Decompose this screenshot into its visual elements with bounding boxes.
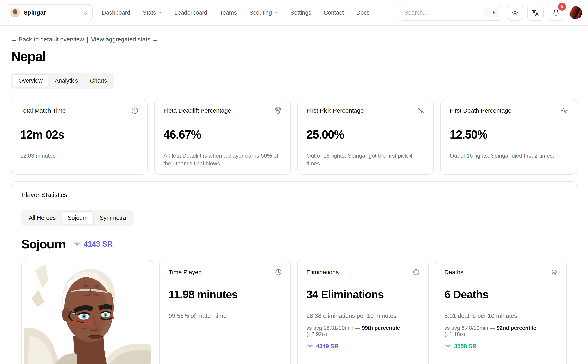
time-played-card: Time Played 11.98 minutes 99.56% of matc… <box>159 260 291 364</box>
nav-label: Scouting <box>249 9 272 16</box>
card-title: First Pick Percentage <box>307 107 364 114</box>
grandmaster-rank-icon <box>73 240 81 248</box>
card-value: 6 Deaths <box>444 288 557 301</box>
card-title: Deaths <box>444 269 463 276</box>
hero-sr-value: 4143 SR <box>84 240 112 248</box>
master-rank-icon <box>444 343 452 350</box>
nav-label: Contact <box>324 9 344 16</box>
hero-portrait-card <box>21 260 153 364</box>
nav-item-scouting[interactable]: Scouting <box>249 9 278 16</box>
card-title: Total Match Time <box>20 107 66 114</box>
hero-header: Sojourn 4143 SR <box>21 237 567 251</box>
nav-item-dashboard[interactable]: Dashboard <box>102 9 130 16</box>
card-title: Time Played <box>168 269 202 276</box>
card-subtitle: A Fleta Deadlift is when a player earns … <box>163 152 281 167</box>
activity-icon <box>561 107 568 114</box>
sigma-text: (+1.18σ) <box>444 331 465 337</box>
nav-item-stats[interactable]: Stats <box>143 9 162 16</box>
total-match-time-card: Total Match Time 12m 02s 12.03 minutes <box>11 99 148 175</box>
tab-sojourn[interactable]: Sojourn <box>62 211 94 225</box>
crosshair-icon <box>413 269 420 275</box>
tab-symmetra[interactable]: Symmetra <box>94 211 132 225</box>
nav-item-teams[interactable]: Teams <box>220 9 237 16</box>
card-detail: 99.56% of match time <box>168 312 282 319</box>
user-avatar[interactable] <box>569 6 582 19</box>
card-subtitle: Out of 16 fights, Spingar died first 2 t… <box>450 152 568 160</box>
card-detail: 5.01 deaths per 10 minutes <box>444 312 557 319</box>
deaths-card: Deaths 6 Deaths 5.01 deaths per 10 minut… <box>435 260 567 364</box>
nav-label: Teams <box>220 9 237 16</box>
hero-sr-chip: 4143 SR <box>73 240 112 248</box>
card-value: 12m 02s <box>20 128 138 141</box>
hero-cards-row: Time Played 11.98 minutes 99.56% of matc… <box>21 260 567 364</box>
player-selector[interactable]: Spingar <box>6 4 93 21</box>
percentile-text: 99th percentile <box>362 325 400 331</box>
card-value: 34 Eliminations <box>306 288 420 301</box>
sr-row: 3558 SR <box>444 343 557 350</box>
card-value: 12.50% <box>450 128 568 141</box>
chevrons-up-down-icon <box>83 10 88 15</box>
card-comparison: vs avg 18.31/10min — 99th percentile (+2… <box>306 325 420 337</box>
card-value: 25.00% <box>307 128 425 141</box>
first-pick-card: First Pick Percentage 25.00% Out of 16 f… <box>297 99 434 175</box>
sr-row: 4349 SR <box>306 343 420 350</box>
fleta-deadlift-card: Fleta Deadlift Percentage 46.67% A Fleta… <box>154 99 291 175</box>
back-to-overview-link[interactable]: ← Back to default overview <box>11 36 84 43</box>
clock-icon <box>275 269 282 275</box>
card-value: 46.67% <box>163 128 281 141</box>
sun-icon <box>512 9 518 16</box>
nav-links: Dashboard Stats Leaderboard Teams Scouti… <box>102 9 369 16</box>
percentile-text: 92nd percentile <box>497 325 536 331</box>
view-aggregated-stats-link[interactable]: View aggregated stats → <box>91 36 158 43</box>
search-shortcut-kbd: ⌘ K <box>484 8 499 17</box>
sr-value: 4349 SR <box>316 343 339 350</box>
bell-icon <box>553 9 559 16</box>
notification-count-badge: 5 <box>558 3 566 11</box>
nav-item-leaderboard[interactable]: Leaderboard <box>174 9 207 16</box>
tab-overview[interactable]: Overview <box>13 74 49 87</box>
skull-icon <box>551 269 557 275</box>
theme-toggle-button[interactable] <box>507 5 523 21</box>
tab-charts[interactable]: Charts <box>84 74 113 87</box>
hero-tabs: All Heroes Sojourn Symmetra <box>21 210 134 226</box>
notifications-button[interactable]: 5 <box>548 5 564 21</box>
chevron-down-icon <box>158 11 162 15</box>
card-subtitle: Out of 16 fights, Spingar got the first … <box>307 152 425 167</box>
player-statistics-panel: Player Statistics All Heroes Sojourn Sym… <box>11 181 577 364</box>
nav-label: Docs <box>356 9 369 16</box>
medal-icon <box>275 107 282 114</box>
page-title: Nepal <box>11 48 577 64</box>
nav-item-docs[interactable]: Docs <box>356 9 369 16</box>
card-value: 11.98 minutes <box>168 288 282 301</box>
view-tabs: Overview Analytics Charts <box>11 72 114 89</box>
card-comparison: vs avg 6.48/10min — 92nd percentile (+1.… <box>444 325 557 337</box>
eliminations-card: Eliminations 34 Eliminations 28.38 elimi… <box>297 260 429 364</box>
nav-item-settings[interactable]: Settings <box>291 9 311 16</box>
stat-cards-row: Total Match Time 12m 02s 12.03 minutes F… <box>11 99 577 175</box>
chevron-down-icon <box>274 11 278 15</box>
card-title: Eliminations <box>306 269 339 276</box>
clock-icon <box>131 107 138 114</box>
nav-label: Settings <box>291 9 311 16</box>
search-input[interactable] <box>404 9 484 16</box>
sr-value: 3558 SR <box>454 343 477 350</box>
card-subtitle: 12.03 minutes <box>20 152 138 160</box>
main-content: ← Back to default overview | View aggreg… <box>0 36 588 364</box>
player-avatar <box>10 8 20 17</box>
nav-label: Leaderboard <box>174 9 207 16</box>
tab-analytics[interactable]: Analytics <box>49 74 84 87</box>
languages-icon <box>532 9 539 16</box>
nav-item-contact[interactable]: Contact <box>324 9 344 16</box>
nav-label: Dashboard <box>102 9 130 16</box>
breadcrumb: ← Back to default overview | View aggreg… <box>11 36 577 43</box>
card-title: Fleta Deadlift Percentage <box>163 107 231 114</box>
card-title: First Death Percentage <box>450 107 511 114</box>
language-button[interactable] <box>528 5 543 21</box>
vs-avg-text: vs avg 18.31/10min — <box>306 325 360 331</box>
vs-avg-text: vs avg 6.48/10min — <box>444 325 495 331</box>
top-navbar: Spingar Dashboard Stats Leaderboard Team… <box>0 0 588 26</box>
tab-all-heroes[interactable]: All Heroes <box>23 211 62 225</box>
nav-label: Stats <box>143 9 156 16</box>
search-box[interactable]: ⌘ K <box>399 5 502 21</box>
player-name: Spingar <box>24 9 79 16</box>
